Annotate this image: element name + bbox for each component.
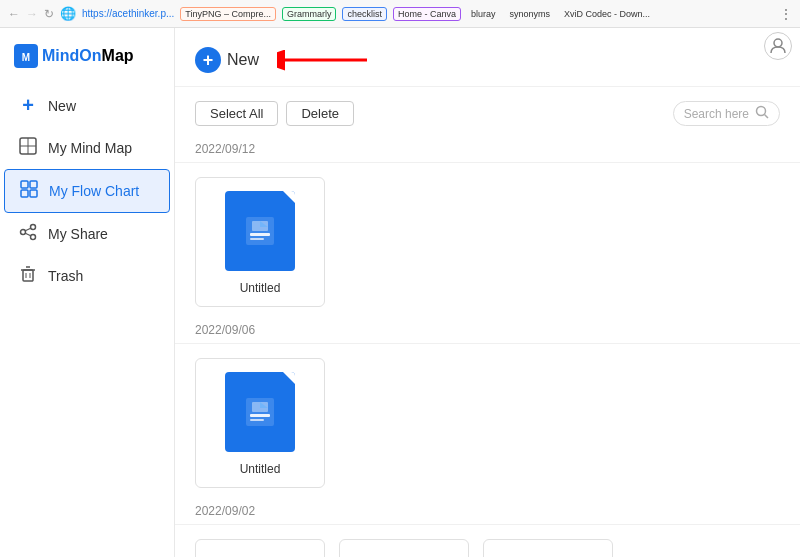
- date-label-2: 2022/09/06: [195, 323, 255, 337]
- flowchart-icon: [19, 180, 39, 202]
- tab-bluray: bluray: [467, 8, 500, 20]
- date-label-3: 2022/09/02: [195, 504, 255, 518]
- sidebar-item-new-label: New: [48, 98, 76, 114]
- card-3-3[interactable]: [483, 539, 613, 557]
- sidebar-item-share[interactable]: My Share: [4, 213, 170, 255]
- svg-rect-8: [30, 190, 37, 197]
- sidebar-item-mind-map[interactable]: My Mind Map: [4, 127, 170, 169]
- svg-rect-14: [23, 270, 33, 281]
- logo-map: Map: [102, 47, 134, 64]
- date-section-2: 2022/09/06: [175, 317, 800, 344]
- card-icon-1-1: [225, 191, 295, 271]
- refresh-icon[interactable]: ↻: [44, 7, 54, 21]
- main-header: + New: [175, 28, 800, 87]
- share-icon: [18, 223, 38, 245]
- svg-line-12: [25, 228, 30, 231]
- svg-rect-30: [250, 419, 264, 421]
- favicon: 🌐: [60, 6, 76, 21]
- tab-xvid: XviD Codec - Down...: [560, 8, 654, 20]
- menu-icon[interactable]: ⋮: [780, 7, 792, 21]
- sidebar-item-mindmap-label: My Mind Map: [48, 140, 132, 156]
- sidebar: M MindOnMap + New My Mind Map: [0, 28, 175, 557]
- search-placeholder: Search here: [684, 107, 749, 121]
- svg-rect-29: [250, 414, 270, 417]
- svg-point-48: [774, 39, 782, 47]
- new-button-icon: +: [195, 47, 221, 73]
- sidebar-item-trash-label: Trash: [48, 268, 83, 284]
- tab-canva: Home - Canva: [393, 7, 461, 21]
- toolbar: Select All Delete Search here: [175, 97, 800, 136]
- svg-point-21: [757, 107, 766, 116]
- svg-point-10: [21, 230, 26, 235]
- svg-line-22: [765, 115, 769, 119]
- delete-button[interactable]: Delete: [286, 101, 354, 126]
- logo-icon: M: [14, 44, 38, 68]
- document-icon-2: [242, 394, 278, 430]
- tab-checklist: checklist: [342, 7, 387, 21]
- svg-rect-5: [21, 181, 28, 188]
- svg-rect-6: [30, 181, 37, 188]
- plus-icon: +: [18, 94, 38, 117]
- sidebar-item-flowchart-label: My Flow Chart: [49, 183, 139, 199]
- svg-text:M: M: [22, 52, 30, 63]
- card-icon-2-1: [225, 372, 295, 452]
- tab-synonyms: synonyms: [506, 8, 555, 20]
- mindmap-icon: [18, 137, 38, 159]
- red-arrow-indicator: [277, 44, 377, 76]
- card-label-2-1: Untitled: [240, 462, 281, 476]
- date-section-3: 2022/09/02: [175, 498, 800, 525]
- sidebar-item-trash[interactable]: Trash: [4, 255, 170, 297]
- document-icon: [242, 213, 278, 249]
- card-3-1[interactable]: [195, 539, 325, 557]
- search-box[interactable]: Search here: [673, 101, 780, 126]
- search-icon: [755, 105, 769, 122]
- sidebar-item-flow-chart[interactable]: My Flow Chart: [4, 169, 170, 213]
- cards-row-1: Untitled: [175, 171, 800, 313]
- back-icon[interactable]: ←: [8, 7, 20, 21]
- svg-point-9: [31, 225, 36, 230]
- toolbar-left: Select All Delete: [195, 101, 354, 126]
- svg-rect-24: [250, 233, 270, 236]
- card-3-2[interactable]: [339, 539, 469, 557]
- main-content: + New: [175, 28, 800, 557]
- tab-tinypng: TinyPNG – Compre...: [180, 7, 276, 21]
- card-2-1[interactable]: Untitled: [195, 358, 325, 488]
- date-label-1: 2022/09/12: [195, 142, 255, 156]
- new-button[interactable]: + New: [195, 47, 259, 73]
- card-1-1[interactable]: Untitled: [195, 177, 325, 307]
- logo-mind: Mind: [42, 47, 79, 64]
- sidebar-item-share-label: My Share: [48, 226, 108, 242]
- cards-row-3: [175, 533, 800, 557]
- svg-line-13: [25, 233, 30, 236]
- card-label-1-1: Untitled: [240, 281, 281, 295]
- svg-rect-7: [21, 190, 28, 197]
- date-section-1: 2022/09/12: [175, 136, 800, 163]
- address-text: https://acethinker.p...: [82, 8, 174, 19]
- select-all-button[interactable]: Select All: [195, 101, 278, 126]
- tab-grammarly: Grammarly: [282, 7, 337, 21]
- svg-point-11: [31, 235, 36, 240]
- logo: M MindOnMap: [0, 36, 174, 84]
- trash-icon: [18, 265, 38, 287]
- sidebar-item-new[interactable]: + New: [4, 84, 170, 127]
- svg-rect-25: [250, 238, 264, 240]
- address-bar: ← → ↻ 🌐 https://acethinker.p... TinyPNG …: [0, 0, 800, 28]
- new-button-label: New: [227, 51, 259, 69]
- user-avatar[interactable]: [764, 32, 792, 60]
- forward-icon[interactable]: →: [26, 7, 38, 21]
- cards-row-2: Untitled: [175, 352, 800, 494]
- logo-on: On: [79, 47, 101, 64]
